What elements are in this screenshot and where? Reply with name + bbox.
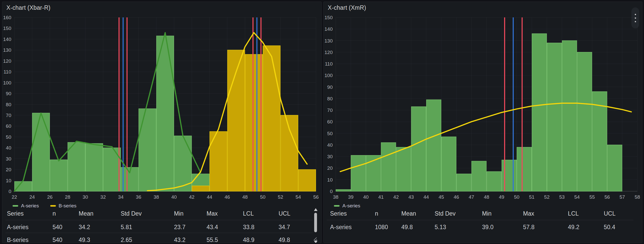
x-axis-tick-label: 56 [313, 194, 319, 200]
y-axis-tick-label: 130 [3, 47, 11, 53]
histogram-bar [50, 160, 67, 191]
legend-item-b-series[interactable]: B-series [50, 203, 77, 209]
table-cell: 49.8 [279, 237, 290, 243]
x-axis-tick-label: 50 [514, 194, 519, 200]
histogram-bar [517, 147, 531, 191]
y-axis-tick-label: 120 [324, 50, 333, 55]
table-column-header: Series [7, 210, 24, 217]
histogram-bar [532, 34, 547, 191]
y-axis-tick-label: 30 [6, 156, 11, 162]
histogram-chart-area[interactable]: 0102030405060708090100110120130140150160… [2, 2, 321, 202]
y-axis-tick-label: 150 [3, 26, 11, 31]
table-column-header: n [375, 210, 378, 217]
legend-label: A-series [21, 203, 39, 209]
y-axis-tick-label: 70 [6, 113, 11, 118]
table-column-header: Series [330, 210, 347, 217]
y-axis-tick-label: 150 [324, 15, 333, 20]
histogram-bar [442, 137, 456, 191]
x-axis-tick-label: 38 [333, 194, 338, 200]
y-axis-tick-label: 90 [6, 91, 11, 96]
histogram-bar [411, 107, 426, 191]
chart-legend: A-series [334, 203, 360, 209]
table-cell: B-series [7, 237, 28, 243]
x-axis-tick-label: 46 [454, 194, 459, 200]
panel-xmr: X-chart (XmR) 01020304050607080901001101… [323, 2, 642, 243]
x-axis-tick-label: 52 [278, 194, 283, 200]
y-axis-tick-label: 80 [6, 102, 11, 107]
x-axis-tick-label: 53 [559, 194, 565, 200]
legend-label: B-series [59, 203, 77, 209]
table-separator [5, 220, 313, 220]
histogram-bar [457, 174, 471, 191]
y-axis-tick-label: 90 [327, 84, 333, 90]
x-axis-tick-label: 26 [47, 194, 53, 200]
scroll-up-icon[interactable] [314, 208, 318, 211]
table-column-header: Std Dev [435, 210, 456, 217]
y-axis-tick-label: 50 [6, 134, 11, 140]
table-cell: 49.8 [401, 224, 413, 231]
histogram-bar [351, 155, 366, 191]
x-axis-tick-label: 44 [424, 194, 429, 200]
y-axis-tick-label: 110 [325, 61, 333, 67]
x-axis-tick-label: 38 [154, 194, 159, 200]
table-cell: 34.7 [279, 224, 290, 231]
histogram-bar [281, 115, 298, 191]
y-axis-tick-label: 20 [327, 165, 333, 171]
table-column-header: Min [174, 210, 183, 217]
histogram-bar [502, 160, 516, 191]
histogram-bar [68, 142, 85, 191]
legend-item-a-series[interactable]: A-series [334, 203, 360, 209]
table-cell: 5.13 [435, 224, 446, 231]
x-axis-tick-label: 48 [242, 194, 248, 200]
y-axis-tick-label: 0 [330, 189, 333, 194]
y-axis-tick-label: 70 [327, 108, 333, 113]
histogram-chart-area[interactable]: 0102030405060708090100110120130140150383… [324, 2, 642, 202]
x-axis-tick-label: 50 [260, 194, 265, 200]
y-axis-tick-label: 80 [327, 96, 333, 101]
histogram-bar [396, 147, 411, 191]
x-axis-tick-label: 40 [171, 194, 177, 200]
histogram-bar [472, 161, 486, 191]
x-axis-tick-label: 46 [224, 194, 230, 200]
y-axis-tick-label: 60 [6, 123, 11, 129]
x-axis-tick-label: 22 [12, 194, 17, 200]
x-axis-tick-label: 32 [100, 194, 106, 200]
table-column-header: LCL [568, 210, 579, 217]
y-axis-tick-label: 140 [324, 26, 333, 32]
x-axis-tick-label: 28 [65, 194, 70, 200]
y-axis-tick-label: 50 [327, 131, 333, 136]
table-cell: 49.2 [568, 224, 579, 231]
table-separator [327, 220, 633, 220]
legend-swatch [50, 205, 56, 207]
table-cell: 5.81 [121, 224, 132, 231]
legend-item-a-series[interactable]: A-series [13, 203, 39, 209]
x-axis-tick-label: 24 [29, 194, 35, 200]
legend-swatch [13, 205, 18, 207]
table-column-header: Std Dev [121, 210, 142, 217]
x-axis-tick-label: 58 [635, 194, 640, 200]
x-axis-tick-label: 40 [363, 194, 369, 200]
table-cell: 50.4 [604, 224, 615, 231]
x-axis-tick-label: 42 [393, 194, 399, 200]
table-cell: 57.8 [523, 224, 535, 231]
table-cell: 55.5 [207, 237, 218, 243]
y-axis-tick-label: 10 [6, 178, 11, 183]
legend-swatch [334, 205, 340, 207]
histogram-bar [86, 143, 103, 191]
x-axis-tick-label: 30 [83, 194, 88, 200]
y-axis-tick-label: 30 [327, 154, 333, 159]
table-separator [5, 233, 313, 233]
resize-handle-icon[interactable] [313, 237, 317, 241]
x-axis-tick-label: 44 [207, 194, 212, 200]
table-column-header: Mean [401, 210, 416, 217]
x-axis-tick-label: 48 [484, 194, 489, 200]
histogram-bar [487, 172, 501, 191]
x-axis-tick-label: 45 [438, 194, 444, 200]
x-axis-tick-label: 43 [408, 194, 414, 200]
scrollbar-thumb[interactable] [314, 213, 317, 232]
histogram-bar [426, 100, 441, 191]
histogram-bar [103, 148, 121, 191]
y-axis-tick-label: 120 [3, 58, 11, 64]
table-cell: 540 [53, 224, 62, 231]
y-axis-tick-label: 10 [327, 177, 333, 183]
